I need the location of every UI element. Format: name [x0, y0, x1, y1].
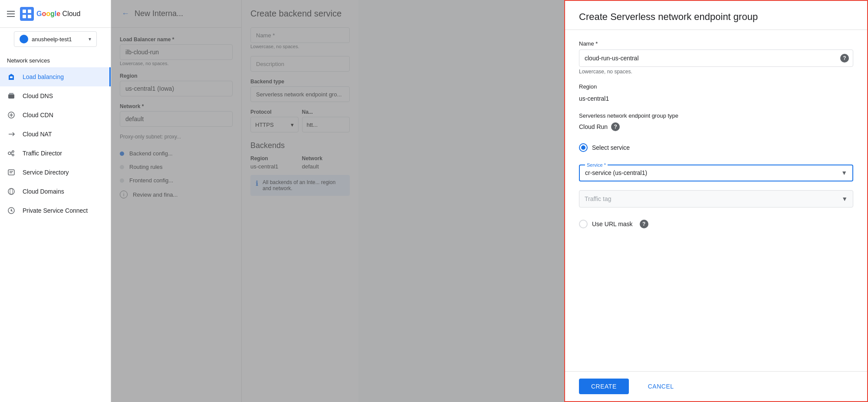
svg-point-16 — [11, 210, 12, 211]
sidebar-item-service-directory[interactable]: Service Directory — [0, 163, 111, 182]
traffic-tag-arrow: ▼ — [842, 195, 848, 202]
neg-service-field: Service * cr-service (us-central1) ▼ — [579, 162, 853, 181]
service-directory-icon — [7, 168, 16, 177]
use-url-mask-option[interactable]: Use URL mask ? — [579, 216, 853, 232]
sidebar-nav: Network services Load balancing Cloud DN… — [0, 50, 111, 402]
project-dot-icon — [20, 35, 28, 43]
traffic-tag-placeholder: Traffic tag — [585, 195, 611, 202]
use-url-mask-help-icon[interactable]: ? — [640, 220, 648, 228]
use-url-mask-label: Use URL mask — [592, 221, 633, 227]
neg-type-field: Serverless network endpoint group type C… — [579, 112, 853, 131]
svg-point-10 — [12, 151, 14, 152]
project-selector[interactable]: anusheelp-test1 ▾ — [14, 31, 97, 47]
svg-rect-7 — [9, 93, 13, 95]
sidebar-item-cloud-nat[interactable]: Cloud NAT — [0, 125, 111, 144]
sidebar-item-private-service-connect[interactable]: Private Service Connect — [0, 201, 111, 220]
service-value: cr-service (us-central1) — [585, 169, 647, 176]
sidebar-section-title: Network services — [0, 50, 111, 67]
private-service-connect-icon — [7, 206, 16, 215]
svg-rect-12 — [8, 170, 14, 175]
sidebar-item-label-cloud-dns: Cloud DNS — [23, 92, 53, 99]
google-cloud-logo: Google Cloud — [20, 7, 80, 21]
svg-rect-3 — [23, 15, 26, 18]
svg-rect-2 — [28, 10, 31, 13]
cloud-nat-icon — [7, 130, 16, 138]
neg-type-value: Cloud Run ? — [579, 122, 853, 131]
neg-region-field: Region us-central1 — [579, 83, 853, 104]
cancel-button[interactable]: CANCEL — [636, 379, 686, 394]
serverless-neg-panel: Create Serverless network endpoint group… — [564, 0, 868, 402]
neg-traffic-tag-field: Traffic tag ▼ — [579, 190, 853, 208]
cloud-dns-icon — [7, 92, 16, 100]
radio-select-service-circle — [579, 143, 588, 152]
neg-name-help-icon[interactable]: ? — [840, 54, 849, 63]
sidebar-item-label-cloud-cdn: Cloud CDN — [23, 112, 53, 119]
svg-rect-0 — [20, 7, 34, 21]
serverless-panel-footer: CREATE CANCEL — [565, 371, 867, 401]
traffic-director-icon — [7, 149, 16, 158]
neg-name-field: Name * ? Lowercase, no spaces. — [579, 40, 853, 75]
sidebar-header: Google Cloud — [0, 0, 111, 28]
project-selector-wrapper: anusheelp-test1 ▾ — [0, 28, 111, 50]
sidebar: Google Cloud anusheelp-test1 ▾ Network s… — [0, 0, 111, 402]
neg-name-input-wrapper: ? — [579, 49, 853, 67]
sidebar-item-cloud-domains[interactable]: Cloud Domains — [0, 182, 111, 201]
serverless-panel-header: Create Serverless network endpoint group — [565, 1, 867, 30]
sidebar-item-label-cloud-domains: Cloud Domains — [23, 188, 64, 195]
project-name: anusheelp-test1 — [32, 36, 85, 43]
sidebar-item-label-load-balancing: Load balancing — [23, 73, 64, 80]
neg-radio-group: Select service — [579, 140, 853, 155]
cloud-domains-icon — [7, 187, 16, 196]
radio-select-service-label: Select service — [592, 144, 630, 151]
neg-traffic-tag-input[interactable]: Traffic tag ▼ — [579, 190, 853, 208]
neg-name-hint: Lowercase, no spaces. — [579, 69, 853, 75]
radio-select-service[interactable]: Select service — [579, 140, 853, 155]
google-cloud-label: Google Cloud — [36, 10, 80, 18]
svg-rect-4 — [28, 15, 31, 18]
sidebar-item-traffic-director[interactable]: Traffic Director — [0, 144, 111, 163]
neg-name-input[interactable] — [579, 49, 853, 67]
svg-point-11 — [12, 154, 14, 156]
use-url-mask-checkbox — [579, 220, 588, 228]
project-chevron-icon: ▾ — [89, 36, 91, 42]
neg-type-label: Serverless network endpoint group type — [579, 112, 853, 119]
google-cloud-logo-icon — [20, 7, 34, 21]
svg-point-14 — [10, 188, 13, 194]
serverless-panel-title: Create Serverless network endpoint group — [579, 11, 853, 23]
sidebar-item-label-service-directory: Service Directory — [23, 169, 69, 176]
neg-region-value: us-central1 — [579, 93, 853, 104]
neg-type-help-icon[interactable]: ? — [611, 122, 620, 131]
sidebar-item-cloud-dns[interactable]: Cloud DNS — [0, 86, 111, 105]
sidebar-item-cloud-cdn[interactable]: Cloud CDN — [0, 105, 111, 125]
hamburger-menu-icon[interactable] — [7, 11, 15, 17]
neg-name-label: Name * — [579, 40, 853, 47]
service-select-wrapper[interactable]: cr-service (us-central1) ▼ — [585, 169, 847, 176]
svg-rect-1 — [23, 10, 26, 13]
svg-point-9 — [8, 152, 11, 155]
create-button[interactable]: CREATE — [579, 379, 629, 394]
sidebar-item-label-cloud-nat: Cloud NAT — [23, 131, 52, 138]
neg-region-label: Region — [579, 83, 853, 90]
svg-point-13 — [8, 188, 14, 194]
serverless-panel-body: Name * ? Lowercase, no spaces. Region us… — [565, 30, 867, 371]
load-balancing-icon — [7, 72, 16, 81]
sidebar-item-label-private-service-connect: Private Service Connect — [23, 207, 88, 214]
service-dropdown-arrow: ▼ — [841, 169, 847, 176]
svg-rect-6 — [8, 94, 14, 99]
svg-rect-5 — [10, 76, 13, 78]
cloud-cdn-icon — [7, 111, 16, 119]
main-content: ← New Interna... Load Balancer name * il… — [111, 0, 868, 402]
sidebar-item-load-balancing[interactable]: Load balancing — [0, 67, 111, 86]
service-legend: Service * — [585, 162, 608, 168]
service-fieldset: Service * cr-service (us-central1) ▼ — [579, 162, 853, 181]
sidebar-item-label-traffic-director: Traffic Director — [23, 150, 62, 157]
